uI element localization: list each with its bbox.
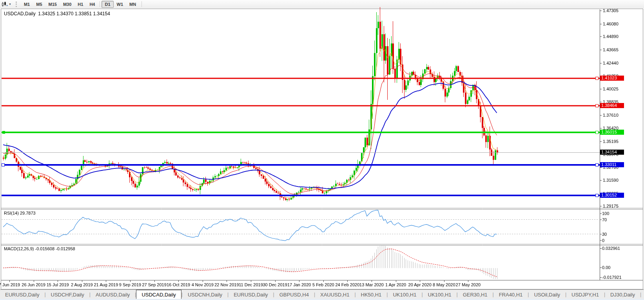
chart-canvas[interactable] (0, 0, 644, 300)
rsi-axis-label: 0 (602, 238, 604, 243)
chart-symbol-period: USDCAD,Daily (4, 11, 36, 16)
hline-price-label: 1.36015 (600, 130, 624, 135)
price-axis-tick: 1.44890 (603, 34, 619, 39)
chart-tab-dj30-15[interactable]: DJ30,Daily (605, 290, 640, 299)
hline-price-label: 1.33011 (600, 162, 624, 167)
price-axis-tick: 1.43665 (603, 47, 619, 52)
rsi-axis-label: 100 (602, 211, 609, 216)
date-axis-label: 20 Apr 2020 (408, 282, 432, 287)
price-axis-tick: 1.35195 (603, 139, 619, 144)
date-axis-label: 8 May 2020 (433, 282, 455, 287)
date-axis-label: 16 Oct 2019 (167, 282, 190, 287)
date-axis-label: 30 Dec 2019 (263, 282, 287, 287)
date-axis-label: 15 Jul 2019 (47, 282, 69, 287)
macd-axis-label: 0.032961 (602, 246, 620, 251)
price-axis-tick: 1.29175 (603, 204, 619, 208)
tab-separator: | (640, 290, 641, 299)
hline-price-label: 1.41023 (600, 76, 624, 81)
date-axis-label: 5 Feb 2020 (312, 282, 334, 287)
date-axis-label: 1 Apr 2020 (385, 282, 406, 287)
chart-tab-usdcad-3[interactable]: USDCAD,Daily (136, 290, 181, 299)
date-axis-label: 9 Sep 2019 (119, 282, 141, 287)
macd-indicator-label: MACD(12,26,9) -0.015608 -0.012958 (4, 246, 75, 251)
macd-axis-label: 0.00 (602, 265, 610, 270)
chart-tab-eurusd-5[interactable]: EURUSD,Daily (229, 290, 273, 299)
trading-platform-window: ▼ M1M5M15M30H1H4D1W1MN USDCAD,Daily 1.34… (0, 0, 644, 300)
chart-tab-uk100-10[interactable]: UK100,H1 (423, 290, 457, 299)
date-axis-label: 24 Feb 2020 (336, 282, 360, 287)
price-axis-tick: 1.46080 (603, 22, 619, 26)
chart-tab-usdjpy-14[interactable]: USDJPY,H1 (566, 290, 604, 299)
date-axis-label: 21 Aug 2019 (94, 282, 118, 287)
date-axis-label: 11 Dec 2019 (239, 282, 263, 287)
chart-tab-gbpusd-6[interactable]: GBPUSD,H4 (274, 290, 314, 299)
current-price-label: 1.34154 (600, 150, 624, 155)
date-axis-label: 27 May 2020 (456, 282, 481, 287)
date-axis-label: 27 Sep 2019 (142, 282, 166, 287)
price-axis-tick: 1.40025 (603, 87, 619, 91)
date-axis-label: 7 Jun 2019 (0, 282, 20, 287)
hline-price-label: 1.38464 (600, 103, 624, 108)
chart-tab-bar: EURUSD,Daily|USDCHF,Daily|AUDUSD,Daily|U… (0, 289, 644, 299)
chart-tab-ger30-11[interactable]: GER30,H1 (458, 290, 493, 299)
macd-axis-label: -0.017921 (602, 275, 622, 280)
price-axis-tick: 1.31590 (603, 178, 619, 183)
price-axis-tick: 1.37610 (603, 113, 619, 117)
rsi-indicator-label: RSI(14) 29.7873 (4, 211, 36, 215)
date-axis-label: 2 Aug 2019 (71, 282, 93, 287)
chart-tab-fra40-12[interactable]: FRA40,H1 (494, 290, 528, 299)
date-axis-label: 26 Jun 2019 (22, 282, 45, 287)
chart-tab-usoil-13[interactable]: USOil,Daily (529, 290, 565, 299)
hline-price-label: 1.30152 (600, 193, 624, 198)
price-axis-tick: 1.47305 (603, 8, 619, 13)
chart-title: USDCAD,Daily 1.34325 1.34370 1.33851 1.3… (4, 11, 110, 16)
rsi-axis-label: 70 (602, 217, 607, 222)
rsi-axis-label: 30 (602, 232, 607, 237)
chart-tab-usdchf-1[interactable]: USDCHF,Daily (46, 290, 89, 299)
chart-tab-uk100-9[interactable]: UK100,H1 (388, 290, 421, 299)
chart-tab-hk50-8[interactable]: HK50,H1 (356, 290, 387, 299)
price-axis-tick: 1.42440 (603, 61, 619, 65)
chart-tab-eurusd-0[interactable]: EURUSD,Daily (0, 290, 44, 299)
chart-tab-xauusd-7[interactable]: XAUUSD,H1 (315, 290, 354, 299)
chart-ohlc-quotes: 1.34325 1.34370 1.33851 1.34154 (38, 11, 110, 16)
date-axis-label: 22 Nov 2019 (214, 282, 239, 287)
chart-tab-audusd-2[interactable]: AUDUSD,Daily (91, 290, 135, 299)
date-axis-label: 17 Jan 2020 (287, 282, 311, 287)
chart-tab-usdcnh-4[interactable]: USDCNH,Daily (183, 290, 227, 299)
date-axis-label: 4 Nov 2019 (192, 282, 214, 287)
date-axis-label: 13 Mar 2020 (359, 282, 384, 287)
